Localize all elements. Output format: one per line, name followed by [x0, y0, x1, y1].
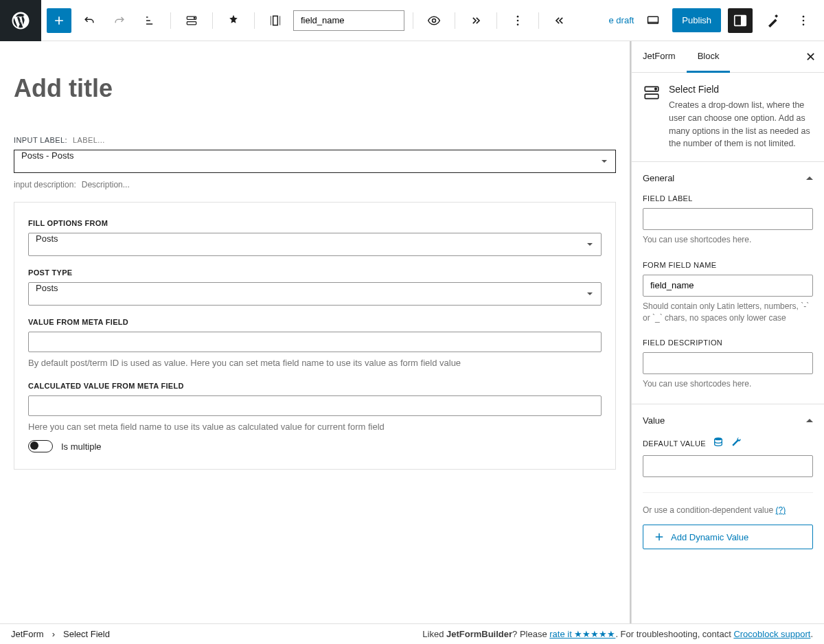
- fill-options-from-label: FILL OPTIONS FROM: [28, 219, 602, 227]
- view-desktop-icon[interactable]: [641, 8, 665, 33]
- section-general: General FIELD LABEL You can use shortcod…: [632, 162, 824, 404]
- svg-point-2: [194, 17, 195, 19]
- tab-jetform[interactable]: JetForm: [632, 41, 687, 72]
- chevron-up-icon: [806, 173, 813, 183]
- post-type-select[interactable]: Posts: [28, 282, 602, 306]
- block-main-select[interactable]: Posts - Posts: [14, 150, 616, 173]
- sidebar-tabs: JetForm Block ✕: [632, 41, 824, 73]
- field-name-input[interactable]: [293, 10, 404, 31]
- top-toolbar: e draft Publish: [0, 0, 824, 41]
- svg-rect-1: [187, 21, 196, 24]
- footer-bar: JetForm › Select Field Liked JetFormBuil…: [0, 623, 824, 644]
- svg-point-13: [803, 23, 805, 25]
- is-multiple-toggle[interactable]: [28, 440, 53, 452]
- styles-icon[interactable]: [759, 8, 784, 33]
- breadcrumb-current[interactable]: Select Field: [63, 629, 110, 639]
- section-value: Value DEFAULT VALUE Or use a condition-d…: [632, 404, 824, 563]
- field-label-input[interactable]: [643, 208, 813, 230]
- preview-icon[interactable]: [422, 8, 446, 33]
- wrench-icon[interactable]: [731, 437, 742, 450]
- footer-message: Liked JetFormBuilder? Please rate it ★★★…: [422, 629, 813, 639]
- wp-logo[interactable]: [0, 0, 41, 41]
- separator: [496, 12, 497, 29]
- breadcrumb: JetForm › Select Field: [11, 629, 110, 639]
- align-icon[interactable]: [263, 8, 288, 33]
- settings-sidebar: JetForm Block ✕ Select Field Creates a d…: [631, 41, 824, 623]
- section-value-title: Value: [643, 415, 665, 426]
- input-desc-prefix: input description:: [14, 180, 76, 189]
- field-label-label: FIELD LABEL: [643, 194, 813, 203]
- select-field-block: INPUT LABEL: LABEL... Posts - Posts inpu…: [14, 136, 616, 470]
- settings-panel-toggle[interactable]: [728, 8, 753, 33]
- form-field-name-hint: Should contain only Latin letters, numbe…: [643, 301, 813, 324]
- field-description-label: FIELD DESCRIPTION: [643, 338, 813, 347]
- separator: [254, 12, 255, 29]
- close-sidebar-icon[interactable]: ✕: [805, 49, 816, 65]
- value-from-meta-label: VALUE FROM META FIELD: [28, 318, 602, 326]
- post-type-label: POST TYPE: [28, 268, 602, 277]
- default-value-input[interactable]: [643, 455, 813, 477]
- input-desc-placeholder[interactable]: Description...: [82, 180, 130, 189]
- breadcrumb-separator: ›: [52, 629, 55, 639]
- actions-icon[interactable]: [221, 8, 246, 33]
- page-title[interactable]: Add title: [14, 74, 616, 103]
- breadcrumb-root[interactable]: JetForm: [11, 629, 44, 639]
- database-icon[interactable]: [713, 437, 724, 450]
- block-description: Creates a drop-down list, where the user…: [669, 99, 813, 150]
- field-description-input[interactable]: [643, 352, 813, 374]
- select-field-block-icon[interactable]: [179, 8, 204, 33]
- more-forward-icon[interactable]: [464, 8, 488, 33]
- rate-link[interactable]: rate it ★★★★★: [549, 629, 615, 639]
- support-link[interactable]: Crocoblock support: [733, 629, 810, 639]
- editor-canvas: Add title INPUT LABEL: LABEL... Posts - …: [0, 41, 631, 623]
- field-description-hint: You can use shortcodes here.: [643, 378, 813, 390]
- section-general-title: General: [643, 173, 674, 183]
- svg-point-17: [715, 438, 722, 441]
- field-label-hint: You can use shortcodes here.: [643, 234, 813, 246]
- redo-button[interactable]: [107, 8, 132, 33]
- undo-button[interactable]: [77, 8, 102, 33]
- calc-value-from-meta-input[interactable]: [28, 395, 602, 416]
- add-dynamic-value-label: Add Dynamic Value: [671, 532, 748, 542]
- input-label-prefix: INPUT LABEL:: [14, 136, 67, 144]
- default-value-label: DEFAULT VALUE: [643, 439, 706, 448]
- svg-point-4: [433, 19, 436, 22]
- svg-rect-10: [741, 15, 746, 25]
- block-options-panel: FILL OPTIONS FROM Posts POST TYPE Posts …: [14, 202, 616, 470]
- section-value-header[interactable]: Value: [632, 404, 824, 437]
- fill-options-from-select[interactable]: Posts: [28, 233, 602, 256]
- svg-point-6: [517, 19, 519, 21]
- value-from-meta-input[interactable]: [28, 332, 602, 352]
- svg-rect-3: [273, 16, 278, 25]
- section-general-header[interactable]: General: [632, 162, 824, 194]
- divider: [643, 492, 813, 493]
- condition-dependent-text: Or use a condition-dependent value (?): [643, 505, 813, 515]
- publish-button[interactable]: Publish: [672, 8, 721, 32]
- add-dynamic-value-button[interactable]: Add Dynamic Value: [643, 525, 813, 549]
- input-label-placeholder[interactable]: LABEL...: [73, 136, 105, 144]
- separator: [212, 12, 213, 29]
- block-title: Select Field: [669, 84, 813, 95]
- value-from-meta-hint: By default post/term ID is used as value…: [28, 358, 602, 368]
- collapse-left-icon[interactable]: [547, 8, 572, 33]
- select-field-icon: [643, 84, 661, 102]
- tab-block[interactable]: Block: [687, 41, 731, 73]
- block-header: Select Field Creates a drop-down list, w…: [632, 73, 824, 162]
- product-name: JetFormBuilder: [446, 629, 512, 639]
- svg-point-12: [803, 19, 805, 21]
- save-draft-link[interactable]: e draft: [609, 15, 634, 25]
- svg-point-16: [655, 88, 657, 90]
- condition-help-link[interactable]: (?): [775, 505, 786, 515]
- svg-point-11: [803, 15, 805, 17]
- more-menu-icon[interactable]: [791, 8, 816, 33]
- add-block-button[interactable]: [47, 8, 71, 33]
- svg-point-7: [517, 23, 519, 25]
- form-field-name-input[interactable]: [643, 275, 813, 297]
- document-outline-button[interactable]: [137, 8, 162, 33]
- chevron-up-icon: [806, 415, 813, 426]
- separator: [413, 12, 413, 29]
- form-field-name-label: FORM FIELD NAME: [643, 261, 813, 269]
- block-options-icon[interactable]: [505, 8, 530, 33]
- svg-point-5: [517, 15, 519, 17]
- calc-value-from-meta-hint: Here you can set meta field name to use …: [28, 422, 602, 432]
